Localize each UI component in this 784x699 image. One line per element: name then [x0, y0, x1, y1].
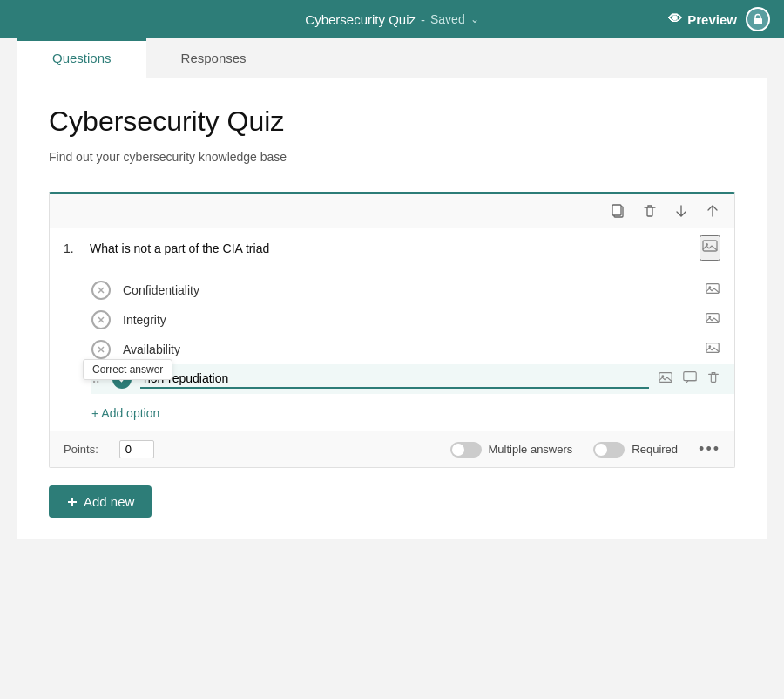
option-text[interactable]: Integrity [119, 311, 696, 329]
option-remove-button[interactable] [91, 310, 111, 329]
multiple-answers-label: Multiple answers [489, 443, 573, 456]
topbar-saved-label: Saved [430, 12, 465, 26]
preview-label: Preview [687, 12, 737, 27]
delete-button[interactable] [642, 203, 658, 223]
add-option-button[interactable]: + Add option [91, 406, 159, 420]
question-number: 1. [64, 241, 81, 255]
option-remove-button[interactable] [91, 340, 111, 359]
topbar: Cybersecurity Quiz - Saved ⌄ 👁 Preview [0, 0, 784, 38]
lock-icon [752, 13, 764, 25]
svg-rect-7 [706, 284, 719, 294]
topbar-chevron-icon[interactable]: ⌄ [470, 13, 479, 25]
question-footer: Points: Multiple answers Required ••• [50, 431, 734, 467]
multiple-answers-toggle-group: Multiple answers [450, 442, 573, 458]
option-delete-button[interactable] [706, 370, 720, 388]
question-text[interactable]: What is not a part of the CIA triad [90, 241, 700, 255]
more-options-button[interactable]: ••• [699, 440, 720, 458]
svg-point-18 [662, 375, 665, 377]
tab-bar: Questions Responses [17, 38, 767, 78]
option-image-button[interactable] [705, 340, 720, 359]
svg-rect-2 [612, 205, 621, 215]
question-row: 1. What is not a part of the CIA triad [50, 228, 734, 268]
required-label: Required [632, 443, 678, 456]
tab-questions[interactable]: Questions [17, 38, 146, 78]
svg-point-4 [706, 243, 708, 246]
svg-point-16 [709, 345, 712, 348]
correct-answer-tooltip: Correct answer [83, 359, 172, 380]
option-image-button[interactable] [658, 370, 673, 389]
form-area: Cybersecurity Quiz Find out your cyberse… [17, 78, 767, 539]
topbar-separator: - [421, 12, 425, 27]
option-row: Availability Correct answer [91, 335, 734, 364]
add-new-button[interactable]: Add new [49, 485, 152, 518]
required-toggle-group: Required [593, 442, 678, 458]
option-remove-button[interactable] [91, 281, 111, 300]
svg-rect-0 [754, 18, 762, 24]
plus-icon [66, 496, 78, 508]
eye-icon: 👁 [668, 11, 682, 27]
svg-point-12 [709, 316, 712, 318]
question-toolbar [50, 194, 734, 228]
multiple-answers-toggle[interactable] [450, 442, 482, 458]
option-comment-button[interactable] [682, 370, 698, 389]
main-content: Questions Responses Cybersecurity Quiz F… [0, 38, 784, 699]
svg-rect-3 [703, 241, 717, 251]
options-area: Confidentiality Integrity [50, 268, 734, 397]
option-row: Confidentiality [91, 275, 734, 305]
option-row: Integrity [91, 305, 734, 335]
points-label: Points: [64, 443, 98, 456]
option-row-active: ⠿ [91, 364, 734, 394]
svg-rect-17 [659, 373, 672, 383]
quiz-subtitle[interactable]: Find out your cybersecurity knowledge ba… [49, 150, 735, 164]
points-input[interactable] [119, 440, 154, 458]
add-new-label: Add new [84, 494, 134, 509]
svg-point-8 [709, 286, 712, 288]
quiz-title[interactable]: Cybersecurity Quiz [49, 105, 735, 138]
preview-button[interactable]: 👁 Preview [668, 11, 737, 27]
avatar [746, 7, 770, 31]
svg-rect-19 [684, 372, 696, 381]
question-card: 1. What is not a part of the CIA triad [49, 192, 735, 468]
tab-responses[interactable]: Responses [146, 38, 281, 78]
option-image-button[interactable] [705, 310, 720, 329]
option-image-button[interactable] [705, 281, 720, 300]
move-up-button[interactable] [705, 203, 720, 223]
topbar-title-group: Cybersecurity Quiz - Saved ⌄ [305, 12, 478, 27]
move-down-button[interactable] [673, 203, 689, 223]
add-option-row: + Add option [50, 397, 734, 431]
svg-rect-15 [706, 343, 719, 353]
svg-rect-11 [706, 314, 719, 323]
required-toggle[interactable] [593, 442, 625, 458]
topbar-quiz-title: Cybersecurity Quiz [305, 12, 416, 27]
option-text-input[interactable] [140, 370, 649, 389]
copy-button[interactable] [611, 203, 626, 223]
topbar-right-actions: 👁 Preview [668, 7, 770, 31]
question-image-button[interactable] [700, 235, 720, 261]
option-text[interactable]: Confidentiality [119, 282, 696, 299]
option-text[interactable]: Availability [119, 341, 696, 358]
